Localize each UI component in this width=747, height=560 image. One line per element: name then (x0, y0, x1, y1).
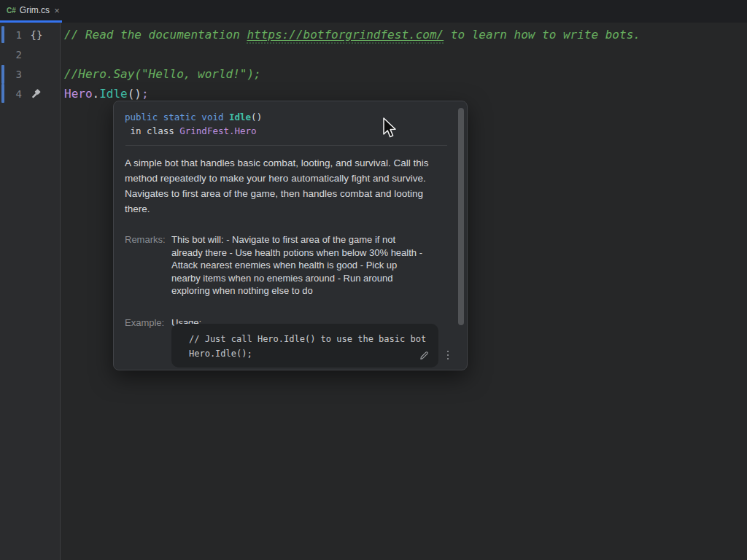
tab-file-name: Grim.cs (20, 5, 50, 15)
mouse-cursor-arrow (382, 117, 397, 139)
kebab-menu-icon (447, 351, 449, 360)
pencil-icon (419, 350, 430, 361)
remarks-text: This bot will: - Navigate to first area … (171, 233, 423, 298)
method-signature: public static void Idle() (125, 110, 448, 124)
example-code-comment: // Just call Hero.Idle() to use the basi… (189, 332, 438, 346)
editor-line-1[interactable]: 1 {} // Read the documentation https://b… (0, 25, 747, 44)
editor-line-3[interactable]: 3 //Hero.Say("Hello, world!"); (0, 64, 747, 84)
braces-structure-icon[interactable]: {} (27, 29, 46, 41)
example-code-statement: Hero.Idle(); (189, 346, 438, 361)
remarks-section: Remarks: This bot will: - Navigate to fi… (125, 233, 448, 298)
line-number: 4 (6, 88, 22, 100)
line-number: 3 (6, 69, 22, 80)
gutter-line-4: 4 (0, 84, 61, 104)
tab-close-icon[interactable]: × (53, 6, 60, 15)
editor-code-area: 1 {} // Read the documentation https://b… (0, 25, 747, 104)
line-number: 2 (6, 49, 22, 61)
edit-source-button[interactable] (417, 348, 431, 362)
change-marker (1, 84, 4, 103)
editor-line-2[interactable]: 2 (0, 44, 747, 64)
popup-divider (125, 145, 447, 146)
tab-grim-cs[interactable]: C# Grim.cs × (0, 0, 62, 23)
popup-toolbar (417, 348, 455, 362)
line-number: 1 (6, 29, 22, 41)
popup-scrollbar[interactable] (458, 108, 464, 325)
csharp-file-icon: C# (7, 7, 16, 15)
quick-documentation-popup: public static void Idle() in class Grind… (113, 101, 468, 370)
hammer-icon (31, 88, 42, 100)
code-line-text: //Hero.Say("Hello, world!"); (61, 67, 261, 81)
change-marker (1, 26, 4, 43)
gutter-line-1: 1 {} (0, 25, 61, 44)
code-line-text: Hero.Idle(); (61, 87, 149, 101)
code-line-text: // Read the documentation https://botfor… (61, 28, 640, 42)
editor-tab-bar: C# Grim.cs × (0, 0, 747, 23)
hammer-run-icon[interactable] (27, 88, 46, 100)
gutter-line-3: 3 (0, 64, 61, 84)
change-marker (1, 65, 4, 84)
method-context: in class GrindFest.Hero (125, 124, 448, 138)
example-label: Example: (125, 316, 167, 330)
more-options-button[interactable] (441, 348, 455, 362)
method-description: A simple bot that handles basic combat, … (125, 155, 437, 217)
ide-window: { "colors": { "accent_blue": "#3574f0", … (0, 0, 747, 560)
remarks-label: Remarks: (125, 233, 167, 298)
gutter-line-2: 2 (0, 44, 61, 64)
example-code-block: // Just call Hero.Idle() to use the basi… (171, 324, 438, 368)
